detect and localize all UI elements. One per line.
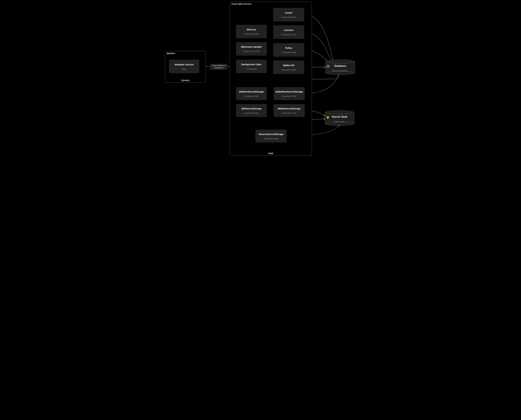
node-castor: Castor [Component: SDK] (273, 8, 304, 22)
svg-rect-5 (328, 117, 328, 117)
node-sub: [Component: SDK] (282, 95, 297, 97)
node-generic-secret-storage: GenericSecretStorage [Component: SDK] (255, 130, 287, 142)
store-sub: [Store: PostgreSQL] (326, 70, 355, 72)
node-mercury: Mercury [Component: SDK] (236, 25, 267, 38)
container-footer: [System] (165, 79, 206, 82)
svg-marker-3 (326, 116, 329, 119)
node-sub: [Component: SDK] (282, 34, 296, 36)
svg-rect-6 (328, 117, 328, 117)
diagram-canvas: Mediator [System] Mediator Service [App]… (162, 0, 359, 158)
edge-label-bgjobs-mediator: Sends DIDComm messages to (210, 64, 228, 70)
vault-icon (326, 116, 330, 120)
node-sub: [Component: HTTPS] (243, 50, 260, 52)
node-title: Background Jobs (241, 63, 261, 66)
node-did-secret-storage: DIDSecretStorage [Component: SDK] (236, 104, 267, 117)
node-wallet-nonsecret-storage: WalletNonSecretStorage [Component: SDK] (274, 87, 305, 100)
node-title: Connect (284, 29, 293, 31)
node-sub: [Component: SDK] (244, 33, 259, 35)
container-title: Mediator (167, 52, 175, 54)
container-title: Cloud Agent Service (231, 3, 252, 5)
node-title: WalletSecretStorage (278, 107, 301, 110)
node-sub: [Component: SDK] (282, 52, 296, 53)
edge-label-text: Sends DIDComm messages to (212, 65, 226, 69)
svg-rect-8 (328, 117, 328, 117)
node-title: GenericSecretStorage (259, 133, 283, 135)
node-title: Mercury (247, 28, 256, 31)
node-sub: [Component: SDK] (282, 112, 297, 114)
node-did-nonsecret-storage: DIDNonSecretStorage [Component: SDK] (236, 87, 267, 100)
node-title: WalletNonSecretStorage (275, 90, 303, 93)
node-sub: [Component: SDK] (244, 112, 259, 114)
node-pollux: Pollux [Component: SDK] (273, 43, 304, 57)
node-title: Castor (285, 11, 292, 14)
node-mediator-service: Mediator Service [App] (169, 60, 199, 73)
node-background-jobs: Background Jobs [Component] (236, 60, 267, 73)
node-connect: Connect [Component: SDK] (273, 25, 304, 39)
node-wallet-secret-storage: WalletSecretStorage [Component: SDK] (274, 104, 305, 117)
node-didcomm-handler: DIDComm Handler [Component: HTTPS] (236, 42, 267, 56)
node-title: Mediator Service (175, 63, 193, 66)
node-title: DIDComm Handler (241, 45, 262, 48)
postgres-icon (326, 65, 330, 70)
node-sub: [Component: SDK] (264, 138, 278, 140)
svg-rect-9 (328, 118, 328, 118)
store-sub: [Store: Vault] (325, 121, 354, 122)
node-sub: [Component: SDK] (244, 95, 259, 97)
node-sub: [Component: SDK] (282, 16, 296, 18)
node-title: DIDSecretStorage (241, 107, 262, 110)
svg-rect-4 (327, 117, 328, 117)
container-footer: [App] (230, 152, 312, 154)
node-wallet-api: Wallet API [Component: SDK] (273, 60, 304, 74)
node-sub: [Component] (246, 68, 256, 70)
node-sub: [Component: SDK] (282, 69, 296, 71)
node-title: Wallet API (283, 64, 294, 67)
node-title: Pollux (285, 47, 292, 49)
node-sub: [App] (182, 68, 186, 70)
node-title: DIDNonSecretStorage (239, 90, 264, 93)
